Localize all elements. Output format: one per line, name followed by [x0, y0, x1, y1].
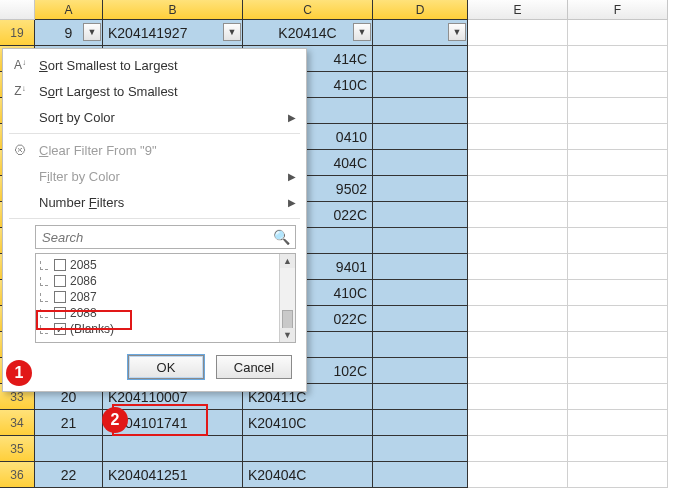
sort-asc-item[interactable]: A↓ Sort Smallest to Largest	[3, 52, 306, 78]
cell[interactable]	[568, 254, 668, 280]
cell[interactable]	[373, 150, 468, 176]
cell[interactable]	[568, 124, 668, 150]
filter-dropdown-A[interactable]: ▼	[83, 23, 101, 41]
row-header[interactable]: 19	[0, 20, 35, 46]
filter-value-item[interactable]: 2085	[40, 257, 277, 273]
cell[interactable]	[468, 72, 568, 98]
cell[interactable]	[373, 254, 468, 280]
sort-by-color-item[interactable]: Sort by Color ▶	[3, 104, 306, 130]
ok-button[interactable]: OK	[128, 355, 204, 379]
cell[interactable]	[568, 280, 668, 306]
cell[interactable]	[373, 124, 468, 150]
filter-dropdown-C[interactable]: ▼	[353, 23, 371, 41]
cell[interactable]	[468, 228, 568, 254]
cell[interactable]	[373, 176, 468, 202]
cell[interactable]	[373, 72, 468, 98]
cell[interactable]	[568, 384, 668, 410]
col-header-B[interactable]: B	[103, 0, 243, 20]
checkbox-icon[interactable]	[54, 291, 66, 303]
row-19: 19 9 ▼ K204141927 ▼ K20414C ▼ ▼	[0, 20, 680, 46]
checkbox-icon[interactable]	[54, 259, 66, 271]
cell[interactable]: K20410C	[243, 410, 373, 436]
cell[interactable]	[468, 150, 568, 176]
cell[interactable]	[243, 436, 373, 462]
cell[interactable]	[568, 98, 668, 124]
cell[interactable]	[568, 202, 668, 228]
cell[interactable]	[373, 358, 468, 384]
cell-A19[interactable]: 9 ▼	[35, 20, 103, 46]
cell[interactable]	[468, 462, 568, 488]
scroll-up-icon[interactable]: ▲	[280, 254, 295, 268]
filter-dropdown-B[interactable]: ▼	[223, 23, 241, 41]
cell[interactable]	[373, 280, 468, 306]
cell[interactable]	[468, 98, 568, 124]
cell[interactable]	[103, 436, 243, 462]
cell-B19[interactable]: K204141927 ▼	[103, 20, 243, 46]
cell[interactable]	[468, 176, 568, 202]
col-header-F[interactable]: F	[568, 0, 668, 20]
number-filters-item[interactable]: Number Filters ▶	[3, 189, 306, 215]
cell[interactable]	[568, 176, 668, 202]
cell[interactable]	[468, 358, 568, 384]
cell[interactable]	[373, 332, 468, 358]
col-header-D[interactable]: D	[373, 0, 468, 20]
cell-C19[interactable]: K20414C ▼	[243, 20, 373, 46]
sort-desc-item[interactable]: Z↓ Sort Largest to Smallest	[3, 78, 306, 104]
checkbox-icon[interactable]	[54, 275, 66, 287]
cell[interactable]	[468, 124, 568, 150]
cell[interactable]	[468, 46, 568, 72]
col-header-C[interactable]: C	[243, 0, 373, 20]
row-header[interactable]: 34	[0, 410, 35, 436]
cell[interactable]: K204041251	[103, 462, 243, 488]
cancel-button[interactable]: Cancel	[216, 355, 292, 379]
cell[interactable]	[568, 462, 668, 488]
select-all-corner[interactable]	[0, 0, 35, 20]
cell[interactable]	[373, 98, 468, 124]
row-header[interactable]: 35	[0, 436, 35, 462]
cell[interactable]	[468, 202, 568, 228]
filter-value-item[interactable]: 2086	[40, 273, 277, 289]
cell[interactable]: K20404C	[243, 462, 373, 488]
cell[interactable]	[373, 46, 468, 72]
cell[interactable]	[373, 228, 468, 254]
row-header[interactable]: 36	[0, 462, 35, 488]
cell[interactable]	[568, 358, 668, 384]
cell[interactable]	[373, 410, 468, 436]
cell[interactable]	[568, 306, 668, 332]
cell[interactable]	[468, 332, 568, 358]
cell[interactable]	[35, 436, 103, 462]
col-header-E[interactable]: E	[468, 0, 568, 20]
filter-search-input[interactable]	[35, 225, 296, 249]
cell[interactable]	[568, 228, 668, 254]
cell[interactable]	[568, 46, 668, 72]
cell-F19[interactable]	[568, 20, 668, 46]
cell[interactable]	[568, 410, 668, 436]
list-scrollbar[interactable]: ▲ ▼	[279, 254, 295, 342]
cell[interactable]: 22	[35, 462, 103, 488]
cell[interactable]	[568, 332, 668, 358]
cell[interactable]	[568, 436, 668, 462]
col-header-A[interactable]: A	[35, 0, 103, 20]
cell[interactable]	[468, 280, 568, 306]
cell[interactable]	[373, 384, 468, 410]
cell-value: 9	[65, 25, 73, 41]
cell[interactable]	[373, 306, 468, 332]
filter-dropdown-D[interactable]: ▼	[448, 23, 466, 41]
cell-D19[interactable]: ▼	[373, 20, 468, 46]
cell[interactable]	[568, 150, 668, 176]
cell[interactable]: 21	[35, 410, 103, 436]
cell-E19[interactable]	[468, 20, 568, 46]
filter-value-item[interactable]: 2087	[40, 289, 277, 305]
filter-value-label: 2085	[70, 258, 97, 272]
cell[interactable]	[373, 462, 468, 488]
cell[interactable]	[373, 436, 468, 462]
cell[interactable]	[373, 202, 468, 228]
scroll-down-icon[interactable]: ▼	[280, 328, 295, 342]
cell[interactable]	[468, 410, 568, 436]
cell[interactable]	[568, 72, 668, 98]
cell[interactable]	[468, 436, 568, 462]
cell[interactable]	[468, 384, 568, 410]
cell[interactable]	[468, 306, 568, 332]
cell[interactable]	[468, 254, 568, 280]
annotation-badge-2: 2	[102, 407, 128, 433]
